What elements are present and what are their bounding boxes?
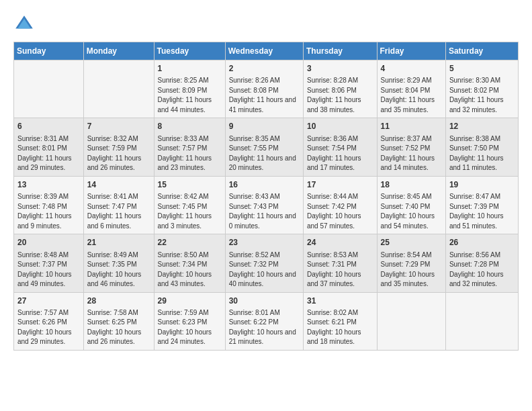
cell-content: Sunrise: 8:36 AM Sunset: 7:54 PM Dayligh…: [307, 134, 373, 173]
day-number: 2: [229, 63, 300, 75]
cell-content: Sunrise: 8:01 AM Sunset: 6:22 PM Dayligh…: [229, 308, 300, 347]
calendar-cell: 18Sunrise: 8:45 AM Sunset: 7:40 PM Dayli…: [377, 176, 445, 234]
cell-content: Sunrise: 8:39 AM Sunset: 7:48 PM Dayligh…: [17, 192, 80, 231]
calendar-cell: 12Sunrise: 8:38 AM Sunset: 7:50 PM Dayli…: [445, 118, 518, 176]
calendar-cell: 15Sunrise: 8:42 AM Sunset: 7:45 PM Dayli…: [154, 176, 225, 234]
calendar-cell: 21Sunrise: 8:49 AM Sunset: 7:35 PM Dayli…: [83, 234, 154, 292]
column-header-tuesday: Tuesday: [154, 42, 225, 60]
day-number: 31: [307, 295, 373, 307]
calendar-week-row: 13Sunrise: 8:39 AM Sunset: 7:48 PM Dayli…: [14, 176, 519, 234]
column-header-saturday: Saturday: [445, 42, 518, 60]
day-number: 5: [449, 63, 515, 75]
calendar-cell: 10Sunrise: 8:36 AM Sunset: 7:54 PM Dayli…: [303, 118, 377, 176]
day-number: 6: [17, 121, 80, 132]
day-number: 11: [381, 121, 442, 132]
calendar-cell: [377, 292, 445, 350]
cell-content: Sunrise: 8:33 AM Sunset: 7:57 PM Dayligh…: [158, 134, 222, 173]
day-number: 19: [449, 179, 515, 191]
calendar-cell: 25Sunrise: 8:54 AM Sunset: 7:29 PM Dayli…: [377, 234, 445, 292]
day-number: 23: [229, 237, 300, 248]
cell-content: Sunrise: 8:41 AM Sunset: 7:47 PM Dayligh…: [87, 192, 150, 231]
day-number: 9: [229, 121, 300, 132]
cell-content: Sunrise: 8:54 AM Sunset: 7:29 PM Dayligh…: [381, 250, 442, 289]
calendar-cell: 13Sunrise: 8:39 AM Sunset: 7:48 PM Dayli…: [14, 176, 84, 234]
cell-content: Sunrise: 8:56 AM Sunset: 7:28 PM Dayligh…: [449, 250, 515, 289]
cell-content: Sunrise: 8:25 AM Sunset: 8:09 PM Dayligh…: [158, 76, 222, 115]
cell-content: Sunrise: 8:48 AM Sunset: 7:37 PM Dayligh…: [17, 250, 80, 289]
day-number: 3: [307, 63, 373, 75]
calendar-cell: 27Sunrise: 7:57 AM Sunset: 6:26 PM Dayli…: [14, 292, 84, 350]
calendar-cell: 8Sunrise: 8:33 AM Sunset: 7:57 PM Daylig…: [154, 118, 225, 176]
calendar-cell: 17Sunrise: 8:44 AM Sunset: 7:42 PM Dayli…: [303, 176, 377, 234]
calendar-cell: [83, 60, 154, 118]
calendar-cell: 19Sunrise: 8:47 AM Sunset: 7:39 PM Dayli…: [445, 176, 518, 234]
calendar-cell: 31Sunrise: 8:02 AM Sunset: 6:21 PM Dayli…: [303, 292, 377, 350]
calendar-header-row: SundayMondayTuesdayWednesdayThursdayFrid…: [14, 42, 519, 60]
calendar-cell: 2Sunrise: 8:26 AM Sunset: 8:08 PM Daylig…: [225, 60, 303, 118]
day-number: 18: [381, 179, 442, 191]
cell-content: Sunrise: 8:44 AM Sunset: 7:42 PM Dayligh…: [307, 192, 373, 231]
day-number: 25: [381, 237, 442, 248]
calendar-cell: 29Sunrise: 7:59 AM Sunset: 6:23 PM Dayli…: [154, 292, 225, 350]
cell-content: Sunrise: 8:26 AM Sunset: 8:08 PM Dayligh…: [229, 76, 300, 115]
calendar-cell: 16Sunrise: 8:43 AM Sunset: 7:43 PM Dayli…: [225, 176, 303, 234]
cell-content: Sunrise: 8:35 AM Sunset: 7:55 PM Dayligh…: [229, 134, 300, 173]
calendar-cell: 6Sunrise: 8:31 AM Sunset: 8:01 PM Daylig…: [14, 118, 84, 176]
day-number: 10: [307, 121, 373, 132]
calendar-cell: 22Sunrise: 8:50 AM Sunset: 7:34 PM Dayli…: [154, 234, 225, 292]
day-number: 28: [87, 295, 150, 307]
cell-content: Sunrise: 8:37 AM Sunset: 7:52 PM Dayligh…: [381, 134, 442, 173]
calendar-cell: 1Sunrise: 8:25 AM Sunset: 8:09 PM Daylig…: [154, 60, 225, 118]
cell-content: Sunrise: 8:50 AM Sunset: 7:34 PM Dayligh…: [158, 250, 222, 289]
calendar-cell: 7Sunrise: 8:32 AM Sunset: 7:59 PM Daylig…: [83, 118, 154, 176]
calendar-week-row: 20Sunrise: 8:48 AM Sunset: 7:37 PM Dayli…: [14, 234, 519, 292]
cell-content: Sunrise: 8:53 AM Sunset: 7:31 PM Dayligh…: [307, 250, 373, 289]
day-number: 4: [381, 63, 442, 75]
calendar-cell: 26Sunrise: 8:56 AM Sunset: 7:28 PM Dayli…: [445, 234, 518, 292]
calendar-cell: [445, 292, 518, 350]
cell-content: Sunrise: 8:52 AM Sunset: 7:32 PM Dayligh…: [229, 250, 300, 289]
calendar-week-row: 6Sunrise: 8:31 AM Sunset: 8:01 PM Daylig…: [14, 118, 519, 176]
day-number: 12: [449, 121, 515, 132]
cell-content: Sunrise: 8:30 AM Sunset: 8:02 PM Dayligh…: [449, 76, 515, 115]
calendar-cell: 30Sunrise: 8:01 AM Sunset: 6:22 PM Dayli…: [225, 292, 303, 350]
cell-content: Sunrise: 7:59 AM Sunset: 6:23 PM Dayligh…: [158, 308, 222, 347]
calendar-table: SundayMondayTuesdayWednesdayThursdayFrid…: [13, 42, 519, 351]
cell-content: Sunrise: 8:02 AM Sunset: 6:21 PM Dayligh…: [307, 308, 373, 347]
cell-content: Sunrise: 8:43 AM Sunset: 7:43 PM Dayligh…: [229, 192, 300, 231]
column-header-friday: Friday: [377, 42, 445, 60]
column-header-wednesday: Wednesday: [225, 42, 303, 60]
day-number: 7: [87, 121, 150, 132]
cell-content: Sunrise: 8:47 AM Sunset: 7:39 PM Dayligh…: [449, 192, 515, 231]
calendar-cell: 24Sunrise: 8:53 AM Sunset: 7:31 PM Dayli…: [303, 234, 377, 292]
day-number: 15: [158, 179, 222, 191]
day-number: 30: [229, 295, 300, 307]
cell-content: Sunrise: 8:49 AM Sunset: 7:35 PM Dayligh…: [87, 250, 150, 289]
cell-content: Sunrise: 7:57 AM Sunset: 6:26 PM Dayligh…: [17, 308, 80, 347]
calendar-cell: 3Sunrise: 8:28 AM Sunset: 8:06 PM Daylig…: [303, 60, 377, 118]
column-header-thursday: Thursday: [303, 42, 377, 60]
day-number: 29: [158, 295, 222, 307]
cell-content: Sunrise: 8:45 AM Sunset: 7:40 PM Dayligh…: [381, 192, 442, 231]
calendar-week-row: 27Sunrise: 7:57 AM Sunset: 6:26 PM Dayli…: [14, 292, 519, 350]
day-number: 17: [307, 179, 373, 191]
cell-content: Sunrise: 8:38 AM Sunset: 7:50 PM Dayligh…: [449, 134, 515, 173]
logo-icon: [13, 13, 35, 35]
calendar-cell: 20Sunrise: 8:48 AM Sunset: 7:37 PM Dayli…: [14, 234, 84, 292]
day-number: 21: [87, 237, 150, 248]
cell-content: Sunrise: 7:58 AM Sunset: 6:25 PM Dayligh…: [87, 308, 150, 347]
calendar-cell: 4Sunrise: 8:29 AM Sunset: 8:04 PM Daylig…: [377, 60, 445, 118]
day-number: 8: [158, 121, 222, 132]
cell-content: Sunrise: 8:28 AM Sunset: 8:06 PM Dayligh…: [307, 76, 373, 115]
calendar-cell: 28Sunrise: 7:58 AM Sunset: 6:25 PM Dayli…: [83, 292, 154, 350]
day-number: 1: [158, 63, 222, 75]
day-number: 14: [87, 179, 150, 191]
column-header-sunday: Sunday: [14, 42, 84, 60]
day-number: 13: [17, 179, 80, 191]
calendar-cell: 14Sunrise: 8:41 AM Sunset: 7:47 PM Dayli…: [83, 176, 154, 234]
calendar-cell: 11Sunrise: 8:37 AM Sunset: 7:52 PM Dayli…: [377, 118, 445, 176]
day-number: 26: [449, 237, 515, 248]
column-header-monday: Monday: [83, 42, 154, 60]
day-number: 27: [17, 295, 80, 307]
cell-content: Sunrise: 8:32 AM Sunset: 7:59 PM Dayligh…: [87, 134, 150, 173]
